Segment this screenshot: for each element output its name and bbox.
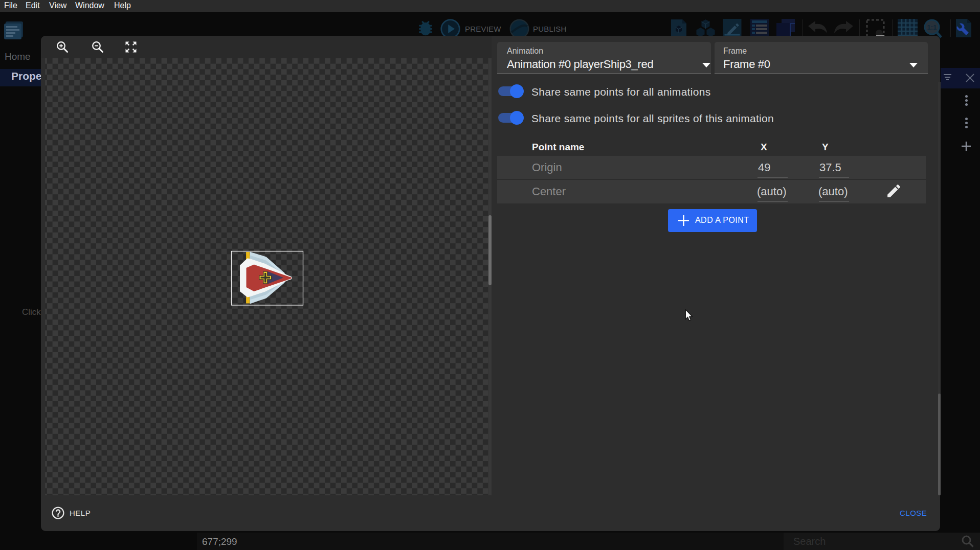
svg-text:1:1: 1:1 bbox=[927, 24, 937, 31]
